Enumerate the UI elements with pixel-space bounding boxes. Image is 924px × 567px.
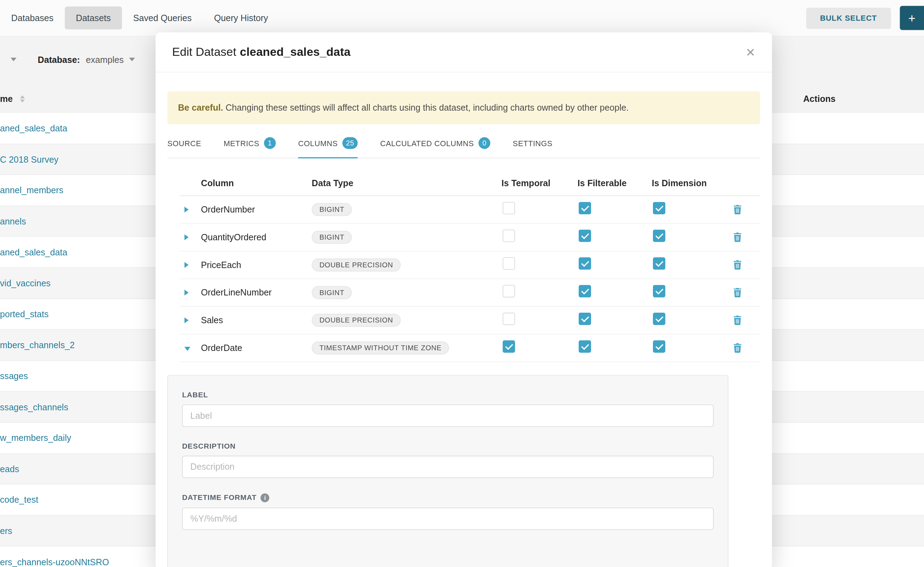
tab-columns[interactable]: COLUMNS 25 (298, 129, 358, 158)
chevron-down-icon[interactable] (129, 58, 135, 61)
is-dimension-checkbox[interactable] (653, 258, 665, 270)
caret-cell (180, 260, 201, 270)
dataset-link[interactable]: vid_vaccines (0, 278, 51, 288)
is-dimension-cell (652, 313, 733, 327)
label-input[interactable] (182, 404, 714, 427)
is-temporal-cell (501, 202, 577, 217)
column-row: QuantityOrdered BIGINT (180, 224, 760, 251)
delete-icon[interactable] (733, 260, 742, 270)
expand-caret-icon[interactable] (185, 290, 189, 296)
delete-cell (733, 205, 760, 214)
sort-icon[interactable] (20, 95, 24, 102)
nav-tab-query-history[interactable]: Query History (203, 6, 279, 29)
dataset-link[interactable]: annels (0, 216, 26, 226)
is-dimension-cell (652, 340, 733, 355)
column-row: OrderDate TIMESTAMP WITHOUT TIME ZONE (180, 334, 760, 362)
expand-caret-icon[interactable] (185, 317, 189, 323)
column-header: Column (201, 178, 312, 188)
is-filterable-checkbox[interactable] (579, 202, 591, 214)
is-dimension-checkbox[interactable] (653, 202, 665, 214)
database-filter-value[interactable]: examples (86, 54, 124, 64)
data-type-cell: BIGINT (312, 286, 502, 299)
dataset-link[interactable]: annel_members (0, 185, 63, 195)
is-temporal-checkbox[interactable] (503, 285, 515, 297)
dataset-link[interactable]: ported_stats (0, 309, 48, 319)
nav-tab-datasets[interactable]: Datasets (65, 6, 122, 29)
dataset-link[interactable]: ssages_channels (0, 402, 68, 412)
is-dimension-cell (652, 258, 733, 272)
modal-tab-label: SOURCE (167, 139, 201, 147)
description-input[interactable] (182, 456, 714, 478)
tab-source[interactable]: SOURCE (167, 129, 201, 158)
modal-tab-label: CALCULATED COLUMNS (380, 139, 474, 147)
modal-tab-label: COLUMNS (298, 139, 337, 147)
close-icon[interactable]: ✕ (746, 45, 755, 59)
is-temporal-cell (501, 285, 577, 300)
name-column-header[interactable]: me (0, 93, 13, 103)
nav-tab-saved-queries[interactable]: Saved Queries (122, 6, 203, 29)
delete-cell (733, 288, 760, 297)
bulk-select-button[interactable]: BULK SELECT (806, 8, 891, 28)
delete-icon[interactable] (733, 288, 742, 297)
column-row: Sales DOUBLE PRECISION (180, 307, 760, 334)
nav-tab-databases[interactable]: Databases (0, 6, 65, 29)
is-filterable-cell (578, 285, 652, 300)
dataset-link[interactable]: ers_channels-uzooNNtSRO (0, 557, 109, 567)
chevron-down-icon[interactable] (11, 58, 17, 61)
warning-banner: Be careful.Changing these settings will … (167, 92, 760, 124)
dataset-link[interactable]: C 2018 Survey (0, 154, 59, 164)
is-filterable-checkbox[interactable] (579, 313, 591, 325)
dataset-link[interactable]: ssages (0, 371, 28, 381)
dataset-link[interactable]: ers (0, 526, 12, 536)
is-temporal-checkbox[interactable] (503, 258, 515, 270)
caret-cell (180, 204, 201, 214)
is-dimension-cell (652, 202, 733, 217)
is-filterable-checkbox[interactable] (579, 340, 591, 353)
filter-bar: Database: examples (0, 46, 135, 73)
is-temporal-checkbox[interactable] (503, 202, 515, 214)
nav-right-actions: BULK SELECT + (806, 0, 924, 36)
expand-caret-icon[interactable] (185, 207, 189, 213)
is-filterable-checkbox[interactable] (579, 258, 591, 270)
delete-icon[interactable] (733, 232, 742, 242)
is-filterable-checkbox[interactable] (579, 285, 591, 297)
data-type-pill: DOUBLE PRECISION (312, 258, 401, 271)
is-dimension-cell (652, 285, 733, 300)
is-dimension-checkbox[interactable] (653, 230, 665, 242)
is-temporal-checkbox[interactable] (503, 230, 515, 242)
info-icon[interactable]: i (261, 493, 270, 502)
data-type-header: Data Type (312, 178, 502, 188)
tab-settings[interactable]: SETTINGS (513, 129, 552, 158)
dataset-link[interactable]: aned_sales_data (0, 247, 68, 257)
expand-caret-icon[interactable] (185, 347, 191, 351)
is-dimension-checkbox[interactable] (653, 285, 665, 297)
expand-caret-icon[interactable] (185, 234, 189, 240)
column-name: QuantityOrdered (201, 232, 312, 242)
is-temporal-checkbox[interactable] (503, 313, 515, 325)
is-dimension-cell (652, 230, 733, 244)
dataset-link[interactable]: w_members_daily (0, 433, 71, 442)
datetime-format-field-label: DATETIME FORMAT i (182, 493, 714, 502)
data-type-cell: DOUBLE PRECISION (312, 314, 502, 327)
dataset-link[interactable]: mbers_channels_2 (0, 340, 75, 350)
add-dataset-button[interactable]: + (900, 6, 924, 30)
delete-icon[interactable] (733, 315, 742, 325)
tab-calculated-columns[interactable]: CALCULATED COLUMNS 0 (380, 129, 490, 158)
delete-icon[interactable] (733, 205, 742, 214)
expand-caret-icon[interactable] (185, 262, 189, 268)
is-filterable-checkbox[interactable] (579, 230, 591, 242)
datetime-format-input[interactable] (182, 507, 714, 530)
nav-tabs: DatabasesDatasetsSaved QueriesQuery Hist… (0, 6, 279, 29)
label-field-label: LABEL (182, 391, 714, 399)
is-temporal-checkbox[interactable] (503, 340, 515, 353)
dataset-link[interactable]: aned_sales_data (0, 123, 68, 133)
tab-metrics[interactable]: METRICS 1 (224, 129, 276, 158)
is-dimension-checkbox[interactable] (653, 313, 665, 325)
is-temporal-header: Is Temporal (501, 178, 577, 188)
delete-icon[interactable] (733, 343, 742, 353)
is-dimension-checkbox[interactable] (653, 340, 665, 353)
dataset-link[interactable]: code_test (0, 495, 38, 505)
modal-tab-label: SETTINGS (513, 139, 552, 147)
dataset-link[interactable]: eads (0, 464, 20, 474)
tab-count-badge: 25 (342, 137, 358, 149)
